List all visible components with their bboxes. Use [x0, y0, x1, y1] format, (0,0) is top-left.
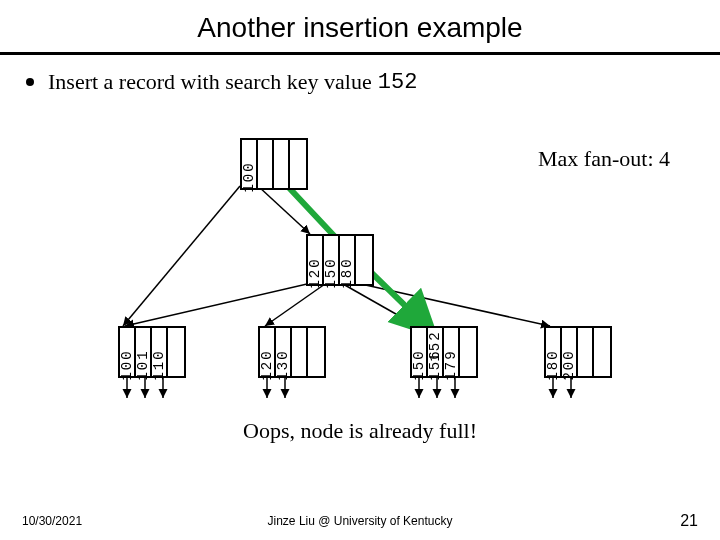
leaf-cell: [308, 328, 324, 376]
internal-key-1: 150: [323, 257, 339, 288]
insert-key-overlay: 152: [427, 330, 443, 361]
leaf-cell: [168, 328, 184, 376]
leaf-cell: 110: [152, 328, 168, 376]
leaf-key: 180: [545, 349, 561, 380]
leaf-cell: 150: [412, 328, 428, 376]
root-key-0: 100: [241, 161, 257, 192]
bullet-dot-icon: [26, 78, 34, 86]
leaf-key: 120: [259, 349, 275, 380]
leaf-key: 200: [561, 349, 577, 380]
leaf-cell: 200: [562, 328, 578, 376]
root-cell-1: [258, 140, 274, 188]
svg-line-0: [123, 186, 240, 326]
internal-node: 120 150 180: [306, 234, 374, 286]
leaf-cell: 101: [136, 328, 152, 376]
bullet-key: 152: [378, 70, 418, 95]
footer: 10/30/2021 Jinze Liu @ University of Ken…: [0, 512, 720, 530]
footer-credit: Jinze Liu @ University of Kentucky: [0, 514, 720, 528]
leaf-cell: 180: [546, 328, 562, 376]
leaf-node-3: 180 200: [544, 326, 612, 378]
bullet-text: Insert a record with search key value: [48, 69, 372, 95]
internal-key-2: 180: [339, 257, 355, 288]
internal-key-0: 120: [307, 257, 323, 288]
leaf-cell: [292, 328, 308, 376]
oops-message: Oops, node is already full!: [0, 418, 720, 444]
root-cell-3: [290, 140, 306, 188]
page-title: Another insertion example: [0, 0, 720, 52]
leaf-cell: [594, 328, 610, 376]
leaf-key: 150: [411, 349, 427, 380]
leaf-cell: [578, 328, 594, 376]
root-cell-0: 100: [242, 140, 258, 188]
leaf-key: 130: [275, 349, 291, 380]
leaf-cell: 120: [260, 328, 276, 376]
leaf-cell: [460, 328, 476, 376]
leaf-cell: 100: [120, 328, 136, 376]
leaf-key: 101: [135, 349, 151, 380]
bullet-insert: Insert a record with search key value 15…: [0, 69, 720, 95]
internal-cell-3: [356, 236, 372, 284]
leaf-key: 100: [119, 349, 135, 380]
svg-line-1: [258, 186, 310, 234]
internal-cell-1: 150: [324, 236, 340, 284]
tree-diagram: 100 120 150 180 100 101 110 120 130 150 …: [0, 130, 720, 430]
leaf-node-0: 100 101 110: [118, 326, 186, 378]
root-node: 100: [240, 138, 308, 190]
leaf-cell: 130: [276, 328, 292, 376]
svg-line-3: [265, 284, 325, 326]
internal-cell-2: 180: [340, 236, 356, 284]
internal-cell-0: 120: [308, 236, 324, 284]
leaf-key: 179: [443, 349, 459, 380]
leaf-node-1: 120 130: [258, 326, 326, 378]
root-cell-2: [274, 140, 290, 188]
title-divider: [0, 52, 720, 55]
leaf-node-2: 150 156 179: [410, 326, 478, 378]
leaf-key: 110: [151, 349, 167, 380]
leaf-cell: 179: [444, 328, 460, 376]
